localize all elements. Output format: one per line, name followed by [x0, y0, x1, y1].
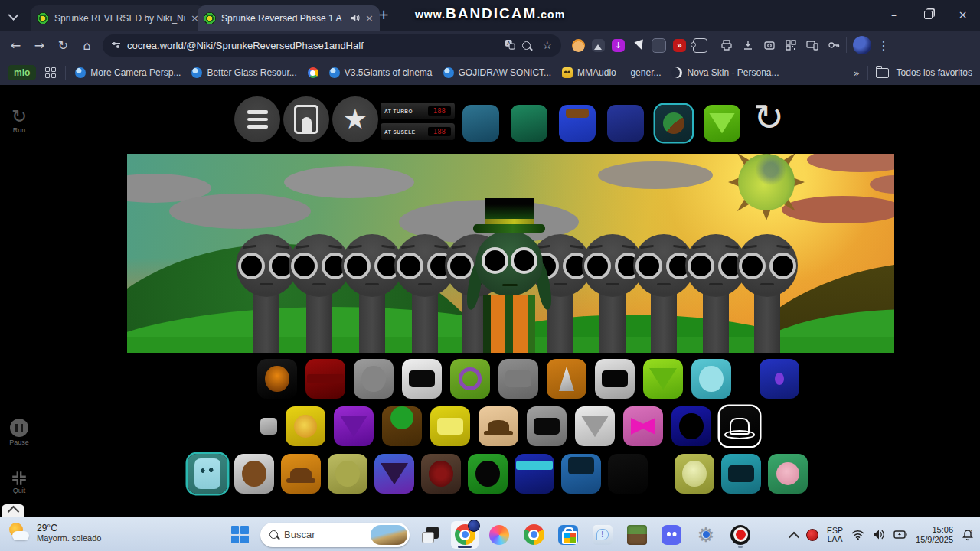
- forward-button[interactable]: →: [28, 38, 51, 53]
- url-text[interactable]: cocrea.world/@Niki/SprunkeReversedPhase1…: [127, 40, 493, 51]
- sound-monitor[interactable]: [527, 406, 567, 446]
- sound-orange-creature[interactable]: [257, 359, 297, 399]
- sound-teal-hat[interactable]: [691, 359, 731, 399]
- pause-button[interactable]: Pause: [2, 419, 36, 446]
- taskbar-discord[interactable]: [658, 521, 685, 549]
- bookmark-folder-mio[interactable]: mio: [8, 65, 36, 80]
- back-button[interactable]: ←: [5, 38, 27, 53]
- close-icon[interactable]: ×: [365, 12, 374, 24]
- reload-button[interactable]: ↻: [52, 38, 74, 53]
- sound-blue-gem[interactable]: [760, 359, 799, 399]
- address-bar[interactable]: cocrea.world/@Niki/SprunkeReversedPhase1…: [103, 34, 561, 57]
- sound-white-tophat[interactable]: [720, 406, 760, 446]
- sound-envelope[interactable]: [575, 406, 615, 446]
- sound-silver-wig[interactable]: [234, 454, 274, 494]
- sound-red-tile[interactable]: [305, 359, 345, 399]
- taskbar-minecraft[interactable]: [623, 521, 651, 549]
- fastforward-extension-icon[interactable]: »: [673, 39, 686, 52]
- sound-navy-visor[interactable]: [514, 454, 554, 494]
- search-highlight-image[interactable]: [371, 525, 407, 545]
- sound-purple-hood[interactable]: [334, 406, 374, 446]
- screen-capture-icon[interactable]: [763, 39, 776, 51]
- bookmark-item[interactable]: MMAudio — gener...: [562, 67, 661, 78]
- desktops-button[interactable]: [416, 521, 444, 549]
- download-icon[interactable]: [742, 39, 754, 51]
- sound-sun-tile[interactable]: [286, 406, 325, 446]
- favorites-star-button[interactable]: ★: [332, 96, 378, 142]
- mode-planet[interactable]: [655, 105, 692, 142]
- bookmark-item[interactable]: Better Glass Resour...: [191, 67, 296, 78]
- gray-character[interactable]: [289, 234, 350, 353]
- photos-extension-icon[interactable]: [592, 39, 605, 52]
- sound-brown-mouth[interactable]: [421, 454, 461, 494]
- builder-extension-icon[interactable]: [572, 39, 585, 52]
- downloader-extension-icon[interactable]: ↓: [612, 39, 625, 52]
- game-stage[interactable]: [127, 154, 894, 353]
- taskbar-chat-app[interactable]: [589, 521, 616, 549]
- site-settings-icon[interactable]: [112, 43, 120, 47]
- profile-avatar[interactable]: [853, 36, 871, 54]
- browser-menu-icon[interactable]: ⋮: [877, 38, 890, 53]
- bookmark-item[interactable]: GOJIDRAW SONICT...: [443, 67, 552, 78]
- sound-gray-chair[interactable]: [354, 359, 394, 399]
- recording-indicator-icon[interactable]: [806, 529, 818, 541]
- restore-button[interactable]: [911, 0, 946, 29]
- start-button[interactable]: [226, 521, 253, 549]
- taskbar-search[interactable]: Buscar: [260, 523, 410, 547]
- taskbar-chrome[interactable]: [520, 521, 547, 549]
- hidden-icons-chevron[interactable]: [789, 531, 799, 542]
- sound-mini-gray[interactable]: [260, 418, 277, 435]
- bookmark-item[interactable]: Nova Skin - Persona...: [671, 67, 779, 78]
- bookmark-star-icon[interactable]: ☆: [542, 39, 552, 51]
- mode-lime[interactable]: [704, 105, 740, 142]
- sound-pink-bow[interactable]: [623, 406, 663, 446]
- audio-playing-icon[interactable]: [350, 13, 360, 23]
- tab-search-button[interactable]: [9, 11, 20, 21]
- language-indicator[interactable]: ESP LAA: [827, 527, 843, 543]
- game-menu-button[interactable]: [234, 96, 280, 142]
- sound-grass[interactable]: [643, 359, 683, 399]
- taskbar-bandicam[interactable]: [727, 521, 754, 549]
- bookmark-item[interactable]: [308, 67, 318, 78]
- sound-gray-seat[interactable]: [498, 359, 538, 399]
- clock[interactable]: 15:06 15/9/2025: [916, 525, 953, 545]
- sound-flower-wreath[interactable]: [450, 359, 490, 399]
- mode-crate[interactable]: [559, 105, 596, 142]
- run-button[interactable]: ↻ Run: [2, 106, 36, 134]
- translate-icon[interactable]: A: [505, 39, 515, 52]
- gray-character[interactable]: [236, 234, 297, 353]
- sound-bowler-hat[interactable]: [479, 406, 518, 446]
- cursor-extension-icon[interactable]: [632, 39, 645, 52]
- password-key-icon[interactable]: [828, 39, 840, 51]
- taskbar-chrome-active[interactable]: [451, 521, 479, 549]
- print-icon[interactable]: [720, 39, 733, 51]
- weather-widget[interactable]: 29°C Mayorm. soleado: [8, 521, 101, 544]
- taskbar-ms-store[interactable]: [554, 521, 582, 549]
- sound-violet-wing[interactable]: [374, 454, 414, 494]
- qr-code-icon[interactable]: [785, 39, 797, 51]
- bookmark-item[interactable]: V3.5Giants of cinema: [329, 67, 433, 78]
- sound-axe[interactable]: [547, 359, 586, 399]
- home-button[interactable]: ⌂: [76, 38, 98, 53]
- restart-button[interactable]: ↻: [746, 94, 792, 143]
- image-extension-icon[interactable]: [652, 38, 666, 53]
- sound-black-tile[interactable]: [608, 454, 648, 494]
- notification-bell-icon[interactable]: z: [962, 529, 974, 541]
- sound-tree[interactable]: [382, 406, 422, 446]
- sound-egg[interactable]: [675, 454, 714, 494]
- sound-yellow-lamp[interactable]: [430, 406, 470, 446]
- sound-mint-pink[interactable]: [768, 454, 808, 494]
- collapse-panel-button[interactable]: [2, 504, 24, 517]
- tab-sprunke-phase1[interactable]: Sprunke Reversed Phase 1 A ×: [198, 5, 380, 31]
- sound-orange-hat[interactable]: [281, 454, 321, 494]
- sound-tv-robot[interactable]: [402, 359, 442, 399]
- sound-dark-orb[interactable]: [671, 406, 711, 446]
- volume-icon[interactable]: [873, 529, 885, 540]
- zoom-icon[interactable]: [522, 41, 531, 50]
- sound-alien-face[interactable]: [188, 454, 227, 494]
- mode-ocean[interactable]: [462, 105, 499, 142]
- quit-button[interactable]: Quit: [2, 470, 36, 494]
- extensions-puzzle-icon[interactable]: [693, 38, 707, 53]
- minimize-button[interactable]: –: [877, 0, 911, 29]
- gray-character[interactable]: [737, 234, 798, 353]
